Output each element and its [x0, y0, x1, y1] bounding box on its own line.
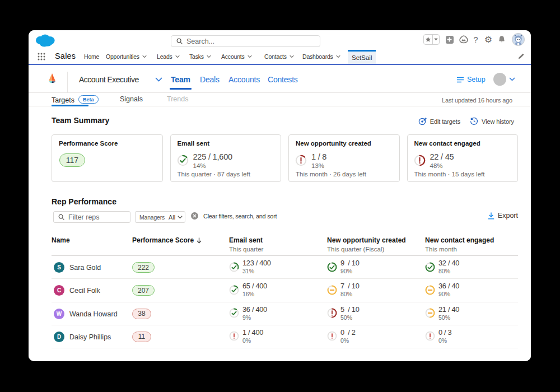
nav-item-leads[interactable]: Leads [157, 49, 180, 64]
main-content: Team Summary Edit targets View history P… [29, 106, 531, 361]
column-header-email-sent[interactable]: Email sent [229, 236, 263, 244]
managers-label: Managers [139, 214, 165, 221]
rep-row-wanda-howard[interactable]: WWanda Howard3836 / 4009%5 / 1050%21 / 4… [52, 302, 518, 325]
card-value: 1 / 8 [311, 152, 326, 161]
column-header-name[interactable]: Name [52, 236, 70, 244]
subtab-label: Targets [52, 96, 74, 104]
progress-ring-alert-icon [295, 155, 307, 166]
stat-value: 0 / 2 [340, 329, 356, 337]
setsail-tab-contests[interactable]: Contests [268, 65, 298, 93]
rep-avatar: C [54, 285, 64, 296]
performance-score-card: Performance Score 117 [52, 134, 163, 182]
rep-row-sara-gold[interactable]: SSara Gold222123 / 40031%9 / 1090%32 / 4… [52, 256, 518, 279]
card-percent: 13% [311, 162, 324, 169]
export-button[interactable]: Export [488, 212, 518, 220]
rep-score-pill: 38 [132, 309, 151, 319]
help-icon[interactable]: ? [474, 35, 478, 44]
progress-ring-check-icon [229, 285, 239, 295]
header-utility-icons: ? ⚙ [423, 30, 525, 49]
clear-filters-label: Clear filters, search, and sort [203, 213, 277, 220]
stat-value: 123 / 400 [242, 259, 271, 267]
subtab-trends[interactable]: Trends [167, 95, 188, 103]
star-icon [425, 36, 431, 43]
avatar-chevron-down-icon[interactable] [509, 77, 515, 81]
subtab-targets[interactable]: TargetsBeta [52, 95, 99, 104]
rep-stat-cell: 32 / 4080% [425, 259, 459, 274]
trailhead-icon [459, 35, 468, 44]
history-clock-icon [470, 117, 478, 125]
summary-card-email-sent: Email sent225 / 1,60014%This quarter · 8… [170, 134, 282, 182]
rep-row-daisy-phillips[interactable]: DDaisy Phillips111 / 4000%0 / 20%0 / 30% [52, 325, 518, 348]
stat-value: 21 / 40 [438, 306, 459, 314]
favorites-dropdown-button[interactable] [433, 35, 439, 44]
nav-item-label: Tasks [189, 53, 204, 60]
nav-item-home[interactable]: Home [84, 49, 99, 64]
stat-value: 32 / 40 [438, 259, 459, 267]
caret-down-icon [434, 38, 438, 41]
app-navigation-bar: Sales HomeOpportunitiesLeadsTasksAccount… [29, 49, 531, 64]
nav-item-accounts[interactable]: Accounts [221, 49, 252, 64]
bell-icon [498, 35, 506, 44]
rep-stat-cell: 1 / 4000% [229, 329, 263, 344]
setsail-subnav: TargetsBetaSignalsTrends Last updated 16… [29, 93, 531, 106]
user-avatar[interactable] [512, 33, 525, 46]
progress-ring-alert-icon [414, 155, 426, 166]
column-header-new-contact[interactable]: New contact engaged [425, 236, 494, 244]
notifications-button[interactable] [498, 35, 506, 44]
nav-item-tasks[interactable]: Tasks [189, 49, 211, 64]
setsail-tab-accounts[interactable]: Accounts [228, 65, 260, 93]
global-search-input[interactable]: Search... [171, 35, 320, 47]
progress-ring-dash-icon [327, 285, 337, 295]
nav-item-setsail[interactable]: SetSail [348, 50, 376, 64]
column-header-performance-score[interactable]: Performance Score [132, 236, 202, 244]
clear-filters-button[interactable]: Clear filters, search, and sort [191, 212, 277, 220]
stat-percent: 90% [438, 291, 459, 297]
setsail-user-avatar[interactable] [493, 73, 506, 86]
nav-item-opportunities[interactable]: Opportunities [106, 49, 147, 64]
managers-select[interactable]: Managers All [135, 211, 185, 223]
filter-reps-input[interactable]: Filter reps [53, 211, 130, 223]
setup-gear-icon[interactable]: ⚙ [484, 35, 492, 44]
progress-ring-alert-icon [327, 331, 337, 341]
view-history-label: View history [482, 118, 514, 125]
rep-name: Wanda Howard [69, 310, 118, 318]
stat-value: 0 / 3 [438, 329, 451, 337]
rep-score-pill: 222 [132, 262, 155, 273]
subtab-label: Signals [120, 95, 143, 103]
nav-item-dashboards[interactable]: Dashboards [302, 49, 340, 64]
rep-score-pill: 11 [132, 332, 151, 342]
card-percent: 14% [193, 162, 206, 169]
edit-page-pencil-icon[interactable] [518, 53, 524, 59]
stat-percent: 90% [340, 268, 359, 274]
progress-ring-alert-icon [327, 308, 337, 318]
stat-percent: 0% [340, 337, 356, 344]
nav-item-contacts[interactable]: Contacts [264, 49, 294, 64]
setsail-header: Account Executive TeamDealsAccountsConte… [29, 65, 531, 93]
rep-avatar: W [54, 309, 64, 319]
setsail-tab-team[interactable]: Team [171, 65, 190, 93]
astro-avatar-icon [512, 34, 524, 45]
view-history-button[interactable]: View history [470, 117, 514, 125]
stat-value: 36 / 40 [438, 282, 459, 290]
managers-value: All [169, 214, 175, 221]
card-status-ring [177, 155, 189, 166]
edit-targets-label: Edit targets [430, 118, 460, 125]
rep-stat-cell: 123 / 40031% [229, 259, 271, 274]
setup-list-icon [457, 77, 464, 83]
subtab-signals[interactable]: Signals [120, 95, 143, 103]
favorites-star-button[interactable] [424, 35, 433, 44]
rep-row-cecil-folk[interactable]: CCecil Folk20765 / 40016%7 / 1080%36 / 4… [52, 279, 518, 302]
chevron-down-icon [290, 55, 294, 58]
nav-items: HomeOpportunitiesLeadsTasksAccountsConta… [29, 49, 531, 64]
nav-item-label: Contacts [264, 53, 287, 60]
setsail-tab-deals[interactable]: Deals [200, 65, 220, 93]
card-percent: 48% [430, 162, 443, 169]
column-header-new-opportunity[interactable]: New opportunity created [327, 236, 406, 244]
rep-score-pill: 207 [132, 285, 155, 296]
setsail-setup-button[interactable]: Setup [457, 76, 486, 83]
edit-targets-button[interactable]: Edit targets [418, 117, 460, 125]
target-edit-icon [418, 117, 427, 125]
salesforce-logo[interactable] [35, 33, 57, 48]
app-launcher-add-button[interactable] [446, 36, 454, 44]
trailhead-button[interactable] [459, 35, 468, 44]
